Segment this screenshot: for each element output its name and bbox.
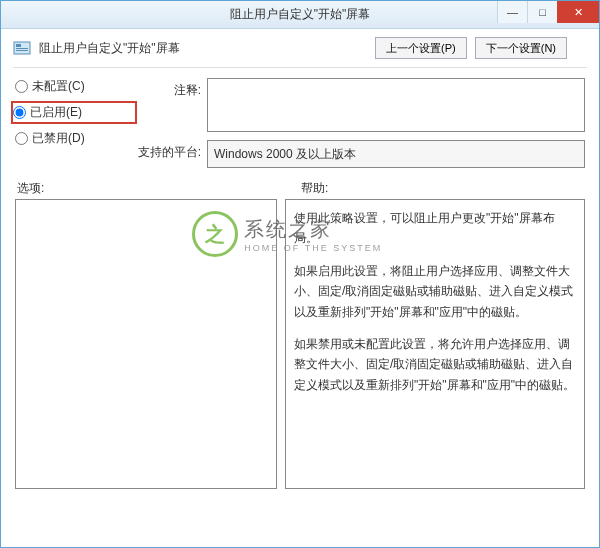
- help-panel: 使用此策略设置，可以阻止用户更改"开始"屏幕布局。 如果启用此设置，将阻止用户选…: [285, 199, 585, 489]
- platform-value: Windows 2000 及以上版本: [207, 140, 585, 168]
- svg-rect-2: [16, 48, 28, 49]
- close-button[interactable]: ✕: [557, 1, 599, 23]
- right-fields: 注释: 支持的平台: Windows 2000 及以上版本: [135, 78, 585, 168]
- radio-disabled[interactable]: 已禁用(D): [15, 130, 135, 147]
- comment-input[interactable]: [207, 78, 585, 132]
- panels: 使用此策略设置，可以阻止用户更改"开始"屏幕布局。 如果启用此设置，将阻止用户选…: [15, 199, 585, 489]
- radio-not-configured[interactable]: 未配置(C): [15, 78, 135, 95]
- radio-enabled-label: 已启用(E): [30, 104, 82, 121]
- options-label: 选项:: [15, 180, 301, 197]
- svg-rect-1: [16, 44, 21, 47]
- title-bar: 阻止用户自定义"开始"屏幕 — □ ✕: [1, 1, 599, 29]
- previous-setting-button[interactable]: 上一个设置(P): [375, 37, 467, 59]
- svg-rect-3: [16, 50, 28, 51]
- radio-disabled-input[interactable]: [15, 132, 28, 145]
- window-buttons: — □ ✕: [497, 1, 599, 23]
- radio-not-configured-input[interactable]: [15, 80, 28, 93]
- policy-icon: [13, 39, 31, 57]
- next-setting-button[interactable]: 下一个设置(N): [475, 37, 567, 59]
- config-row: 未配置(C) 已启用(E) 已禁用(D) 注释: 支持的平台: Windows …: [15, 78, 585, 168]
- radio-enabled-input[interactable]: [13, 106, 26, 119]
- help-label: 帮助:: [301, 180, 328, 197]
- radio-not-configured-label: 未配置(C): [32, 78, 85, 95]
- window-title: 阻止用户自定义"开始"屏幕: [230, 6, 371, 23]
- minimize-button[interactable]: —: [497, 1, 527, 23]
- separator: [13, 67, 587, 68]
- maximize-button[interactable]: □: [527, 1, 557, 23]
- platform-label: 支持的平台:: [135, 140, 207, 168]
- state-radio-group: 未配置(C) 已启用(E) 已禁用(D): [15, 78, 135, 147]
- help-paragraph-2: 如果禁用或未配置此设置，将允许用户选择应用、调整文件大小、固定/取消固定磁贴或辅…: [294, 334, 576, 395]
- help-paragraph-0: 使用此策略设置，可以阻止用户更改"开始"屏幕布局。: [294, 208, 576, 249]
- options-panel: [15, 199, 277, 489]
- radio-column: 未配置(C) 已启用(E) 已禁用(D): [15, 78, 135, 147]
- comment-label: 注释:: [135, 78, 207, 132]
- radio-disabled-label: 已禁用(D): [32, 130, 85, 147]
- nav-buttons: 上一个设置(P) 下一个设置(N): [375, 37, 587, 59]
- subheader: 阻止用户自定义"开始"屏幕 上一个设置(P) 下一个设置(N): [1, 29, 599, 67]
- subheader-title: 阻止用户自定义"开始"屏幕: [39, 40, 180, 57]
- section-labels: 选项: 帮助:: [15, 180, 585, 197]
- help-paragraph-1: 如果启用此设置，将阻止用户选择应用、调整文件大小、固定/取消固定磁贴或辅助磁贴、…: [294, 261, 576, 322]
- content-area: 未配置(C) 已启用(E) 已禁用(D) 注释: 支持的平台: Windows …: [1, 74, 599, 493]
- radio-enabled[interactable]: 已启用(E): [13, 103, 135, 122]
